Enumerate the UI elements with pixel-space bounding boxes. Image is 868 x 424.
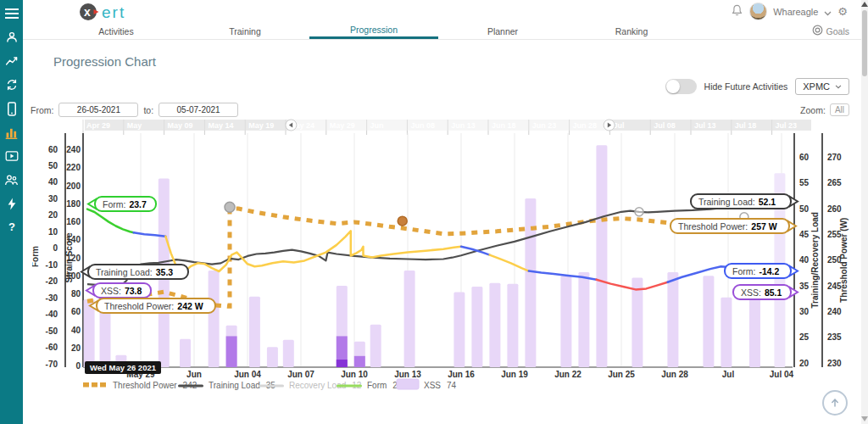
minimap-handle-left[interactable] [286,120,297,131]
scrollbar-thumb[interactable] [862,10,867,76]
menu-icon[interactable] [4,6,19,21]
svg-text:40: 40 [48,177,58,187]
xss-bar[interactable] [249,297,260,367]
svg-text:40: 40 [71,326,81,335]
svg-text:Jul 23: Jul 23 [776,121,798,130]
svg-text:20: 20 [71,343,81,353]
settings-gear-icon[interactable]: ⚙ [837,6,848,17]
metric-selector-button[interactable]: XPMC [795,78,849,95]
hide-future-label: Hide Future Activities [704,81,788,92]
tab-planner[interactable]: Planner [438,23,567,39]
activity-ring[interactable] [635,208,643,216]
callout: Threshold Power:242 W [90,298,215,313]
svg-text:Jun: Jun [370,121,384,130]
legend-item-form[interactable]: Form24 [337,381,403,390]
hide-future-toggle[interactable] [665,79,697,94]
svg-text:Threshold Power:257 W: Threshold Power:257 W [678,221,777,232]
xss-bar[interactable] [703,276,714,367]
minimap-handle-right[interactable] [604,120,615,131]
xss-bar[interactable] [84,299,95,367]
to-date-input[interactable] [159,103,238,117]
user-avatar[interactable] [749,3,767,20]
xss-bar[interactable] [632,277,643,367]
user-name[interactable]: Whareagle [773,7,818,17]
svg-text:-20: -20 [46,276,58,286]
from-date-input[interactable] [58,103,138,117]
svg-text:Jun: Jun [186,370,202,379]
svg-text:160: 160 [66,217,81,226]
xss-bar[interactable] [337,286,348,367]
xss-bars [84,145,786,367]
xss-bar[interactable] [209,271,220,367]
page-scrollbar[interactable] [861,0,868,424]
svg-text:60: 60 [799,153,810,162]
svg-text:50: 50 [799,204,810,214]
svg-text:Jun 16: Jun 16 [448,370,475,379]
callout: Threshold Power:257 W [670,219,796,233]
xss-bar[interactable] [489,283,500,367]
xss-bar[interactable] [180,339,191,367]
zoom-all-button[interactable]: All [830,103,849,116]
xss-bar[interactable] [267,347,278,367]
group-icon[interactable] [4,172,19,187]
xss-bar[interactable] [721,298,732,367]
chevron-down-icon[interactable] [824,4,832,20]
tab-progression[interactable]: Progression [309,23,438,39]
xss-bar[interactable] [578,272,589,367]
scrollbar-up-arrow[interactable] [861,2,868,7]
power-bolt-icon[interactable] [4,196,19,211]
xss-bar[interactable] [404,271,415,367]
sync-icon[interactable] [4,77,19,92]
svg-text:Training Load:35.3: Training Load:35.3 [96,267,173,277]
xss-bar[interactable] [596,145,607,367]
xss-bar[interactable] [560,276,571,367]
svg-text:60: 60 [71,307,81,316]
minimap-strip[interactable]: Apr 29MayMay 09May 14May 19May 24May 29J… [83,120,811,135]
legend-item-xss[interactable]: XSS74 [397,379,457,390]
svg-text:35: 35 [799,282,810,291]
svg-text:40: 40 [799,255,810,265]
logo-text: ert [102,3,125,21]
progression-chart-svg: Apr 29MayMay 09May 14May 19May 24May 29J… [32,116,859,396]
goals-button[interactable]: Goals [812,23,861,39]
svg-text:Jun 08: Jun 08 [410,121,435,130]
xss-bar[interactable] [453,292,465,367]
bar-chart-icon[interactable] [4,125,19,140]
svg-text:260: 260 [827,204,842,214]
xss-bar[interactable] [525,198,536,367]
xss-bar[interactable] [667,272,678,367]
svg-text:-70: -70 [46,360,58,369]
scroll-to-top-button[interactable] [822,390,848,416]
svg-text:200: 200 [66,181,81,191]
user-icon[interactable] [4,30,19,45]
svg-text:May 29: May 29 [330,121,355,130]
zoom-label: Zoom: [800,105,826,115]
xss-bar[interactable] [100,312,111,367]
xert-logo[interactable]: x ert [79,2,153,22]
tab-activities[interactable]: Activities [52,23,181,39]
xss-bar[interactable] [507,284,518,367]
mobile-icon[interactable] [4,101,19,116]
xss-bar[interactable] [283,340,294,367]
breakthrough-bronze-dot[interactable] [398,216,407,226]
xss-bar[interactable] [354,342,365,367]
tab-ranking[interactable]: Ranking [567,23,696,39]
progression-chart: Apr 29MayMay 09May 14May 19May 24May 29J… [32,116,859,396]
tab-training[interactable]: Training [181,23,309,39]
breakthrough-gray-dot[interactable] [225,202,235,212]
svg-text:-10: -10 [46,260,58,270]
svg-text:x: x [84,5,91,19]
help-icon[interactable]: ? [4,220,19,235]
video-icon[interactable] [4,148,19,164]
xss-bar[interactable] [370,325,381,367]
xss-bar[interactable] [749,289,760,367]
xss-bar[interactable] [471,287,482,367]
scrollbar-down-arrow[interactable] [861,416,868,421]
chart-legend: Threshold Power242Training Load35Recover… [83,379,457,390]
svg-text:80: 80 [71,289,81,298]
trend-chart-icon[interactable] [4,53,19,69]
xss-bar[interactable] [226,326,237,367]
svg-text:-30: -30 [46,293,58,303]
notifications-bell-icon[interactable] [731,3,743,20]
svg-text:May 19: May 19 [248,121,274,130]
